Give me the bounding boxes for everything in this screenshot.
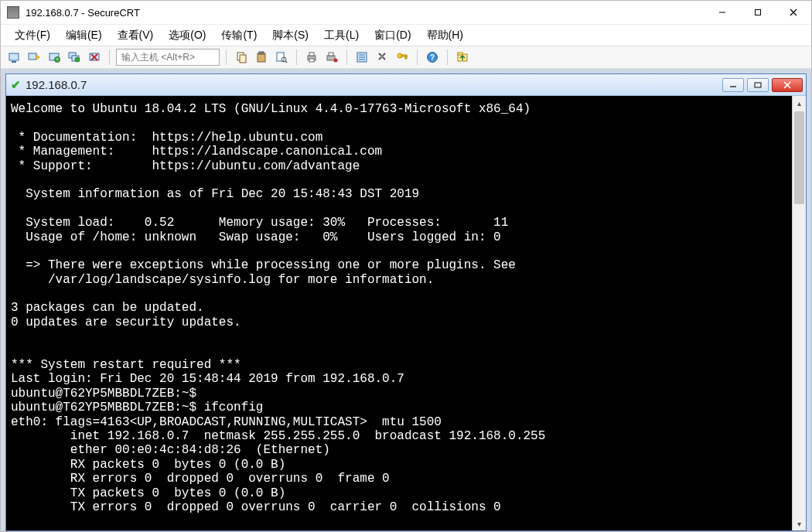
svg-rect-17 [258,53,265,62]
svg-rect-5 [12,61,16,63]
help-icon: ? [426,51,438,63]
toolbar-separator [296,49,297,65]
terminal-wrap: Welcome to Ubuntu 18.04.2 LTS (GNU/Linux… [6,96,806,530]
svg-rect-25 [327,56,335,60]
toolbar-print-button[interactable] [303,49,320,66]
scroll-thumb[interactable] [794,111,804,204]
toolbar-disconnect-button[interactable] [86,49,103,66]
svg-rect-4 [9,53,19,60]
paste-icon [255,51,268,63]
reconnect-all-icon [68,51,80,63]
toolbar-copy-button[interactable] [233,49,250,66]
svg-rect-41 [458,53,462,55]
svg-rect-19 [277,53,284,61]
session-title: 192.168.0.7 [26,78,87,91]
close-icon [790,9,797,16]
window-maximize-button[interactable] [740,1,776,24]
close-icon [783,81,792,89]
svg-text:?: ? [430,53,435,62]
menu-options[interactable]: 选项(O) [162,26,212,45]
toolbar-sftp-button[interactable] [454,49,471,66]
session-titlebar[interactable]: ✔ 192.168.0.7 [6,74,806,96]
minimize-icon [718,9,726,16]
menu-view[interactable]: 查看(V) [111,26,160,45]
toolbar-key-button[interactable] [394,49,411,66]
toolbar-separator [226,49,227,65]
toolbar-separator [109,49,110,65]
svg-rect-6 [29,53,36,60]
toolbar: ? [1,46,811,69]
menu-script[interactable]: 脚本(S) [266,26,315,45]
toolbar-paste-button[interactable] [253,49,270,66]
window-title: 192.168.0.7 - SecureCRT [26,7,140,19]
reconnect-icon [48,51,60,63]
host-input[interactable] [116,49,220,66]
toolbar-options-button[interactable] [374,49,391,66]
minimize-icon [729,82,737,88]
maximize-icon [754,82,762,88]
print-screen-icon [326,51,338,63]
toolbar-print-screen-button[interactable] [323,49,340,66]
quick-connect-icon [28,51,40,63]
maximize-icon [754,9,762,16]
toolbar-separator [447,49,448,65]
svg-point-34 [380,55,384,58]
toolbar-properties-button[interactable] [353,49,370,66]
toolbar-find-button[interactable] [273,49,290,66]
session-close-button[interactable] [772,78,803,92]
connected-check-icon: ✔ [11,78,21,92]
find-icon [275,51,288,63]
scroll-down-button[interactable]: ▾ [793,517,806,530]
svg-rect-1 [756,10,761,15]
svg-point-8 [55,57,60,63]
mdi-area: ✔ 192.168.0.7 Welcome to Ubuntu 18.04.2 … [1,69,811,531]
svg-rect-37 [405,56,407,59]
options-icon [376,51,388,63]
svg-rect-24 [309,59,314,62]
copy-icon [235,51,247,63]
terminal-scrollbar[interactable]: ▴ ▾ [792,96,806,530]
svg-rect-16 [240,55,246,63]
properties-icon [356,51,368,63]
key-icon [396,51,408,63]
svg-rect-23 [309,53,314,56]
print-icon [305,51,318,63]
toolbar-help-button[interactable]: ? [424,49,441,66]
session-maximize-button[interactable] [747,78,769,92]
terminal-output[interactable]: Welcome to Ubuntu 18.04.2 LTS (GNU/Linux… [6,96,792,530]
menu-window[interactable]: 窗口(D) [368,26,417,45]
app-icon [7,6,19,19]
connect-icon [8,51,20,63]
svg-point-27 [334,59,338,63]
toolbar-connect-button[interactable] [5,49,22,66]
scroll-up-button[interactable]: ▴ [793,96,806,110]
disconnect-icon [88,51,101,63]
menu-bar: 文件(F) 编辑(E) 查看(V) 选项(O) 传输(T) 脚本(S) 工具(L… [1,24,811,46]
toolbar-quick-connect-button[interactable] [26,49,43,66]
toolbar-reconnect-all-button[interactable] [66,49,83,66]
menu-edit[interactable]: 编辑(E) [60,26,108,45]
toolbar-separator [417,49,418,65]
sftp-icon [456,51,469,63]
svg-point-11 [75,57,80,62]
session-window: ✔ 192.168.0.7 Welcome to Ubuntu 18.04.2 … [5,73,807,531]
menu-tools[interactable]: 工具(L) [318,26,365,45]
window-minimize-button[interactable] [705,1,740,24]
svg-line-21 [285,61,287,63]
toolbar-separator [346,49,347,65]
window-titlebar: 192.168.0.7 - SecureCRT [1,1,811,24]
svg-rect-26 [329,53,333,56]
toolbar-reconnect-button[interactable] [46,49,63,66]
menu-file[interactable]: 文件(F) [9,26,56,45]
menu-transfer[interactable]: 传输(T) [215,26,263,45]
svg-rect-18 [259,52,264,54]
window-close-button[interactable] [776,1,811,24]
svg-rect-43 [755,83,761,87]
menu-help[interactable]: 帮助(H) [421,26,469,45]
session-minimize-button[interactable] [722,78,744,92]
